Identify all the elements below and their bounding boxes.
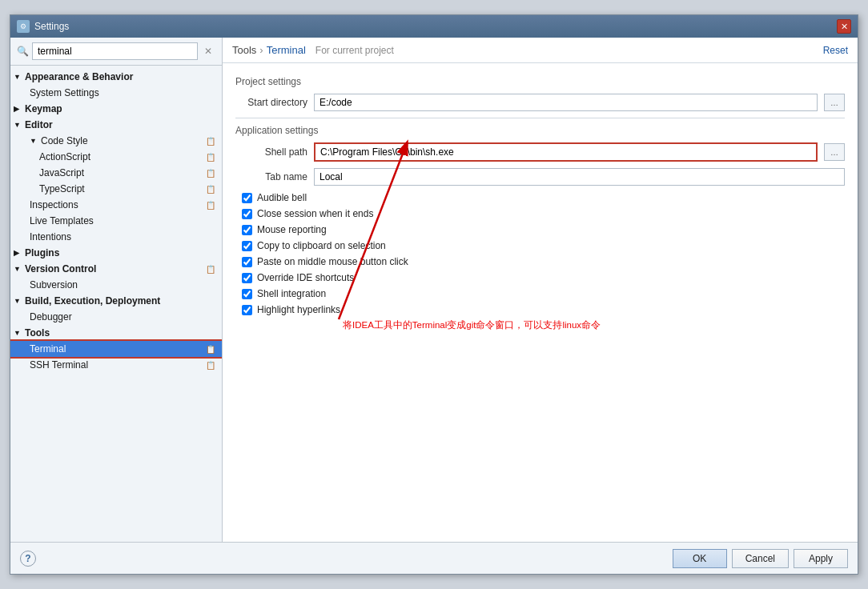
checkbox-audible-bell-label: Audible bell bbox=[257, 192, 307, 203]
tree-item-tools[interactable]: ▼ Tools bbox=[10, 325, 222, 341]
checkbox-override-ide-input[interactable] bbox=[242, 273, 252, 283]
tree-label: Terminal bbox=[30, 343, 66, 355]
title-bar-left: ⚙ Settings bbox=[17, 20, 69, 33]
tree-item-subversion[interactable]: Subversion bbox=[10, 277, 222, 293]
tree-label: SSH Terminal bbox=[30, 359, 88, 371]
breadcrumb-bar: Tools › Terminal For current project Res… bbox=[223, 38, 858, 63]
breadcrumb-tools: Tools bbox=[232, 44, 256, 56]
apply-button[interactable]: Apply bbox=[794, 549, 848, 568]
cancel-button[interactable]: Cancel bbox=[732, 549, 789, 568]
tree-item-version-control[interactable]: ▼ Version Control 📋 bbox=[10, 261, 222, 277]
tree-label: Debugger bbox=[30, 311, 72, 323]
checkbox-mouse-reporting-input[interactable] bbox=[242, 225, 252, 235]
window-title: Settings bbox=[34, 21, 69, 32]
start-directory-input[interactable] bbox=[314, 94, 818, 111]
app-icon: ⚙ bbox=[17, 20, 30, 33]
page-icon: 📋 bbox=[206, 361, 215, 370]
search-box: 🔍 ✕ bbox=[10, 38, 222, 66]
expand-arrow: ▼ bbox=[14, 121, 22, 129]
search-input[interactable] bbox=[32, 42, 198, 60]
close-button[interactable]: ✕ bbox=[837, 19, 851, 34]
project-settings-title: Project settings bbox=[235, 76, 845, 87]
tree-label: Live Templates bbox=[30, 215, 94, 226]
checkbox-highlight-hyperlinks-input[interactable] bbox=[242, 305, 252, 315]
tree-label: System Settings bbox=[30, 87, 99, 98]
search-clear-button[interactable]: ✕ bbox=[201, 44, 215, 58]
checkbox-paste-middle-input[interactable] bbox=[242, 257, 252, 267]
tree-label: Plugins bbox=[25, 247, 59, 258]
tree-item-appearance[interactable]: ▼ Appearance & Behavior bbox=[10, 69, 222, 85]
tree-label: Version Control bbox=[25, 263, 96, 274]
tree-item-plugins[interactable]: ▶ Plugins bbox=[10, 245, 222, 261]
help-button[interactable]: ? bbox=[20, 551, 36, 567]
left-panel: 🔍 ✕ ▼ Appearance & Behavior System Setti… bbox=[10, 38, 223, 542]
page-icon: 📋 bbox=[206, 153, 215, 162]
tree-item-inspections[interactable]: Inspections 📋 bbox=[10, 197, 222, 213]
expand-arrow: ▼ bbox=[14, 265, 22, 273]
tree-label: Build, Execution, Deployment bbox=[25, 295, 160, 307]
tree-item-terminal[interactable]: Terminal 📋 bbox=[10, 341, 222, 357]
reset-button[interactable]: Reset bbox=[823, 45, 848, 56]
start-directory-browse-button[interactable]: … bbox=[824, 94, 845, 111]
checkbox-paste-middle-label: Paste on middle mouse button click bbox=[257, 256, 408, 267]
breadcrumb-project-note: For current project bbox=[315, 45, 394, 56]
tree-item-code-style[interactable]: ▼ Code Style 📋 bbox=[10, 133, 222, 149]
shell-path-label: Shell path bbox=[235, 146, 307, 158]
expand-arrow: ▼ bbox=[30, 137, 38, 145]
tree-label: JavaScript bbox=[39, 167, 84, 178]
checkbox-paste-middle: Paste on middle mouse button click bbox=[235, 256, 845, 267]
page-icon: 📋 bbox=[206, 201, 215, 210]
tree-item-keymap[interactable]: ▶ Keymap bbox=[10, 101, 222, 117]
breadcrumb-terminal: Terminal bbox=[267, 44, 306, 56]
breadcrumb: Tools › Terminal For current project bbox=[232, 44, 394, 56]
expand-arrow: ▼ bbox=[14, 329, 22, 337]
bottom-bar: ? OK Cancel Apply bbox=[10, 542, 858, 574]
start-directory-label: Start directory bbox=[235, 97, 307, 108]
tree-item-intentions[interactable]: Intentions bbox=[10, 229, 222, 245]
checkbox-highlight-hyperlinks-label: Highlight hyperlinks bbox=[257, 304, 340, 315]
checkbox-copy-clipboard-input[interactable] bbox=[242, 241, 252, 251]
checkbox-highlight-hyperlinks: Highlight hyperlinks bbox=[235, 304, 845, 315]
title-bar: ⚙ Settings ✕ bbox=[10, 15, 858, 38]
tree-label: ActionScript bbox=[39, 151, 90, 162]
search-icon: 🔍 bbox=[17, 46, 29, 57]
tree-label: Tools bbox=[25, 327, 50, 339]
tab-name-row: Tab name bbox=[235, 168, 845, 186]
shell-path-input[interactable] bbox=[314, 142, 818, 162]
shell-path-row: Shell path … bbox=[235, 142, 845, 162]
tree-label: Appearance & Behavior bbox=[25, 71, 133, 82]
content-area: 🔍 ✕ ▼ Appearance & Behavior System Setti… bbox=[10, 38, 858, 542]
checkbox-override-ide: Override IDE shortcuts bbox=[235, 272, 845, 283]
checkbox-shell-integration: Shell integration bbox=[235, 288, 845, 299]
page-icon: 📋 bbox=[206, 169, 215, 178]
tree-area: ▼ Appearance & Behavior System Settings … bbox=[10, 66, 222, 542]
tree-item-build[interactable]: ▼ Build, Execution, Deployment bbox=[10, 293, 222, 309]
tree-item-typescript[interactable]: TypeScript 📋 bbox=[10, 181, 222, 197]
tree-label: TypeScript bbox=[39, 183, 85, 194]
checkbox-copy-clipboard-label: Copy to clipboard on selection bbox=[257, 240, 386, 251]
tab-name-input[interactable] bbox=[314, 168, 845, 186]
ok-button[interactable]: OK bbox=[673, 549, 727, 568]
tree-item-editor[interactable]: ▼ Editor bbox=[10, 117, 222, 133]
expand-arrow: ▶ bbox=[14, 249, 22, 257]
checkbox-copy-clipboard: Copy to clipboard on selection bbox=[235, 240, 845, 251]
tree-label: Inspections bbox=[30, 199, 78, 210]
tree-label: Keymap bbox=[25, 103, 62, 114]
checkbox-close-session-label: Close session when it ends bbox=[257, 208, 373, 219]
tree-item-ssh-terminal[interactable]: SSH Terminal 📋 bbox=[10, 357, 222, 373]
expand-arrow: ▼ bbox=[14, 297, 22, 305]
tree-item-system-settings[interactable]: System Settings bbox=[10, 85, 222, 101]
tree-label: Intentions bbox=[30, 231, 71, 242]
tree-label: Editor bbox=[25, 119, 53, 130]
tab-name-label: Tab name bbox=[235, 171, 307, 182]
tree-item-actionscript[interactable]: ActionScript 📋 bbox=[10, 149, 222, 165]
tree-label: Subversion bbox=[30, 279, 78, 290]
tree-item-live-templates[interactable]: Live Templates bbox=[10, 213, 222, 229]
shell-path-browse-button[interactable]: … bbox=[824, 143, 845, 161]
checkbox-close-session-input[interactable] bbox=[242, 209, 252, 219]
tree-item-javascript[interactable]: JavaScript 📋 bbox=[10, 165, 222, 181]
checkbox-shell-integration-input[interactable] bbox=[242, 289, 252, 299]
settings-content: Project settings Start directory … Appli… bbox=[223, 63, 858, 542]
tree-item-debugger[interactable]: Debugger bbox=[10, 309, 222, 325]
checkbox-audible-bell-input[interactable] bbox=[242, 193, 252, 203]
